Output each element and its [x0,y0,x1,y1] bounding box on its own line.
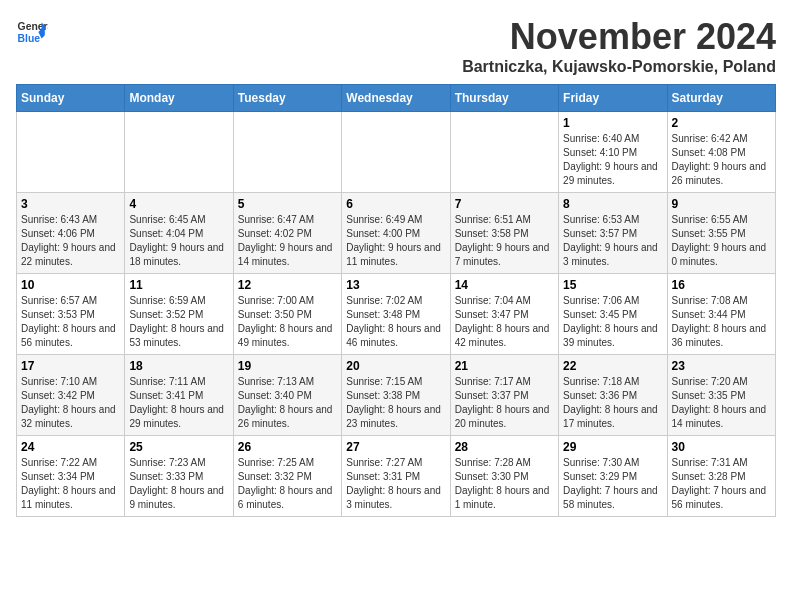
calendar-cell [342,112,450,193]
day-number: 11 [129,278,228,292]
calendar-cell: 1Sunrise: 6:40 AM Sunset: 4:10 PM Daylig… [559,112,667,193]
calendar-cell: 5Sunrise: 6:47 AM Sunset: 4:02 PM Daylig… [233,193,341,274]
day-number: 12 [238,278,337,292]
calendar-cell: 11Sunrise: 6:59 AM Sunset: 3:52 PM Dayli… [125,274,233,355]
calendar-cell: 22Sunrise: 7:18 AM Sunset: 3:36 PM Dayli… [559,355,667,436]
day-info: Sunrise: 6:51 AM Sunset: 3:58 PM Dayligh… [455,213,554,269]
calendar-cell: 12Sunrise: 7:00 AM Sunset: 3:50 PM Dayli… [233,274,341,355]
subtitle: Bartniczka, Kujawsko-Pomorskie, Poland [462,58,776,76]
calendar-cell: 2Sunrise: 6:42 AM Sunset: 4:08 PM Daylig… [667,112,775,193]
header: General Blue November 2024 Bartniczka, K… [16,16,776,76]
day-number: 8 [563,197,662,211]
day-info: Sunrise: 6:55 AM Sunset: 3:55 PM Dayligh… [672,213,771,269]
calendar-cell [17,112,125,193]
weekday-header-wednesday: Wednesday [342,85,450,112]
calendar-cell: 15Sunrise: 7:06 AM Sunset: 3:45 PM Dayli… [559,274,667,355]
calendar-cell: 4Sunrise: 6:45 AM Sunset: 4:04 PM Daylig… [125,193,233,274]
day-info: Sunrise: 7:25 AM Sunset: 3:32 PM Dayligh… [238,456,337,512]
day-number: 16 [672,278,771,292]
logo: General Blue [16,16,48,48]
day-number: 27 [346,440,445,454]
main-title: November 2024 [462,16,776,58]
day-number: 1 [563,116,662,130]
day-number: 6 [346,197,445,211]
calendar-cell: 20Sunrise: 7:15 AM Sunset: 3:38 PM Dayli… [342,355,450,436]
logo-icon: General Blue [16,16,48,48]
day-info: Sunrise: 6:59 AM Sunset: 3:52 PM Dayligh… [129,294,228,350]
day-number: 25 [129,440,228,454]
day-info: Sunrise: 7:00 AM Sunset: 3:50 PM Dayligh… [238,294,337,350]
day-info: Sunrise: 7:28 AM Sunset: 3:30 PM Dayligh… [455,456,554,512]
calendar-cell: 30Sunrise: 7:31 AM Sunset: 3:28 PM Dayli… [667,436,775,517]
week-row-1: 3Sunrise: 6:43 AM Sunset: 4:06 PM Daylig… [17,193,776,274]
calendar-cell: 16Sunrise: 7:08 AM Sunset: 3:44 PM Dayli… [667,274,775,355]
day-info: Sunrise: 6:45 AM Sunset: 4:04 PM Dayligh… [129,213,228,269]
day-number: 3 [21,197,120,211]
calendar-cell: 14Sunrise: 7:04 AM Sunset: 3:47 PM Dayli… [450,274,558,355]
weekday-header-sunday: Sunday [17,85,125,112]
day-info: Sunrise: 6:40 AM Sunset: 4:10 PM Dayligh… [563,132,662,188]
day-number: 29 [563,440,662,454]
day-number: 30 [672,440,771,454]
calendar-cell: 13Sunrise: 7:02 AM Sunset: 3:48 PM Dayli… [342,274,450,355]
day-info: Sunrise: 7:23 AM Sunset: 3:33 PM Dayligh… [129,456,228,512]
calendar-cell: 29Sunrise: 7:30 AM Sunset: 3:29 PM Dayli… [559,436,667,517]
day-number: 22 [563,359,662,373]
calendar-cell: 28Sunrise: 7:28 AM Sunset: 3:30 PM Dayli… [450,436,558,517]
weekday-header-thursday: Thursday [450,85,558,112]
week-row-4: 24Sunrise: 7:22 AM Sunset: 3:34 PM Dayli… [17,436,776,517]
calendar-cell: 6Sunrise: 6:49 AM Sunset: 4:00 PM Daylig… [342,193,450,274]
day-number: 19 [238,359,337,373]
calendar-cell: 18Sunrise: 7:11 AM Sunset: 3:41 PM Dayli… [125,355,233,436]
day-number: 2 [672,116,771,130]
day-info: Sunrise: 6:43 AM Sunset: 4:06 PM Dayligh… [21,213,120,269]
calendar-cell: 3Sunrise: 6:43 AM Sunset: 4:06 PM Daylig… [17,193,125,274]
day-info: Sunrise: 7:22 AM Sunset: 3:34 PM Dayligh… [21,456,120,512]
calendar-cell: 25Sunrise: 7:23 AM Sunset: 3:33 PM Dayli… [125,436,233,517]
day-number: 7 [455,197,554,211]
day-number: 9 [672,197,771,211]
day-info: Sunrise: 7:18 AM Sunset: 3:36 PM Dayligh… [563,375,662,431]
day-info: Sunrise: 7:13 AM Sunset: 3:40 PM Dayligh… [238,375,337,431]
day-info: Sunrise: 7:20 AM Sunset: 3:35 PM Dayligh… [672,375,771,431]
weekday-header-tuesday: Tuesday [233,85,341,112]
day-info: Sunrise: 7:30 AM Sunset: 3:29 PM Dayligh… [563,456,662,512]
week-row-2: 10Sunrise: 6:57 AM Sunset: 3:53 PM Dayli… [17,274,776,355]
svg-text:Blue: Blue [18,33,41,44]
day-info: Sunrise: 6:57 AM Sunset: 3:53 PM Dayligh… [21,294,120,350]
day-info: Sunrise: 7:31 AM Sunset: 3:28 PM Dayligh… [672,456,771,512]
day-number: 4 [129,197,228,211]
title-section: November 2024 Bartniczka, Kujawsko-Pomor… [462,16,776,76]
calendar-cell: 27Sunrise: 7:27 AM Sunset: 3:31 PM Dayli… [342,436,450,517]
day-number: 5 [238,197,337,211]
week-row-3: 17Sunrise: 7:10 AM Sunset: 3:42 PM Dayli… [17,355,776,436]
day-number: 10 [21,278,120,292]
weekday-header-monday: Monday [125,85,233,112]
weekday-header-saturday: Saturday [667,85,775,112]
day-info: Sunrise: 6:53 AM Sunset: 3:57 PM Dayligh… [563,213,662,269]
day-number: 23 [672,359,771,373]
day-number: 17 [21,359,120,373]
day-number: 15 [563,278,662,292]
day-info: Sunrise: 7:06 AM Sunset: 3:45 PM Dayligh… [563,294,662,350]
day-info: Sunrise: 7:02 AM Sunset: 3:48 PM Dayligh… [346,294,445,350]
calendar-cell [233,112,341,193]
day-number: 18 [129,359,228,373]
calendar-cell: 19Sunrise: 7:13 AM Sunset: 3:40 PM Dayli… [233,355,341,436]
week-row-0: 1Sunrise: 6:40 AM Sunset: 4:10 PM Daylig… [17,112,776,193]
day-number: 20 [346,359,445,373]
calendar-cell: 26Sunrise: 7:25 AM Sunset: 3:32 PM Dayli… [233,436,341,517]
calendar-cell: 23Sunrise: 7:20 AM Sunset: 3:35 PM Dayli… [667,355,775,436]
day-info: Sunrise: 6:49 AM Sunset: 4:00 PM Dayligh… [346,213,445,269]
day-number: 24 [21,440,120,454]
day-info: Sunrise: 6:47 AM Sunset: 4:02 PM Dayligh… [238,213,337,269]
day-info: Sunrise: 7:17 AM Sunset: 3:37 PM Dayligh… [455,375,554,431]
calendar-cell: 9Sunrise: 6:55 AM Sunset: 3:55 PM Daylig… [667,193,775,274]
day-info: Sunrise: 7:27 AM Sunset: 3:31 PM Dayligh… [346,456,445,512]
calendar-cell: 17Sunrise: 7:10 AM Sunset: 3:42 PM Dayli… [17,355,125,436]
day-info: Sunrise: 7:11 AM Sunset: 3:41 PM Dayligh… [129,375,228,431]
calendar-cell: 8Sunrise: 6:53 AM Sunset: 3:57 PM Daylig… [559,193,667,274]
calendar-table: SundayMondayTuesdayWednesdayThursdayFrid… [16,84,776,517]
calendar-cell: 21Sunrise: 7:17 AM Sunset: 3:37 PM Dayli… [450,355,558,436]
day-info: Sunrise: 7:10 AM Sunset: 3:42 PM Dayligh… [21,375,120,431]
